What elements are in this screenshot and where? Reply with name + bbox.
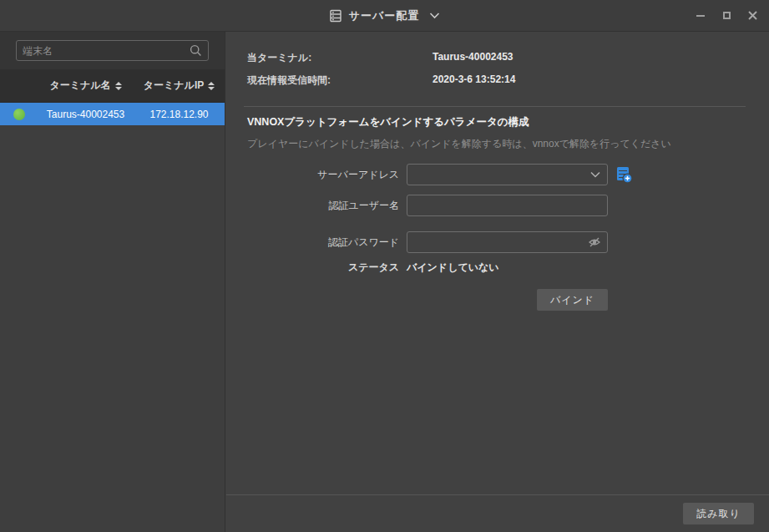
titlebar: サーバー配置: [0, 0, 769, 32]
current-terminal-row: 当ターミナル: Taurus-40002453: [247, 51, 746, 66]
search-input[interactable]: [23, 45, 190, 57]
auth-password-input[interactable]: [407, 232, 607, 252]
main-panel: 当ターミナル: Taurus-40002453 現在情報受信時間: 2020-3…: [226, 32, 769, 532]
title-menu[interactable]: サーバー配置: [329, 8, 441, 23]
server-address-label: サーバーアドレス: [226, 164, 399, 185]
server-address-select[interactable]: [407, 164, 608, 185]
bind-status-row: ステータス バインドしていない: [226, 261, 769, 277]
minimize-icon[interactable]: [696, 11, 706, 21]
bind-status-label: ステータス: [226, 261, 399, 275]
terminal-table-header: ターミナル名 ターミナルIP: [0, 69, 225, 103]
column-header-terminal-ip[interactable]: ターミナルIP: [134, 79, 225, 93]
maximize-icon[interactable]: [721, 11, 731, 21]
column-label: ターミナルIP: [144, 79, 204, 93]
vnnox-section-title: VNNOXプラットフォームをバインドするパラメータの構成: [247, 115, 529, 129]
column-label: ターミナル名: [49, 79, 110, 93]
row-ip-cell: 172.18.12.90: [134, 109, 225, 120]
search-icon[interactable]: [190, 44, 202, 57]
server-config-window: サーバー配置: [0, 0, 769, 532]
section-divider: [244, 106, 746, 107]
sort-icon[interactable]: [208, 82, 215, 90]
auth-username-field-wrap: [407, 195, 608, 216]
bind-status-value: バインドしていない: [407, 261, 499, 275]
close-icon[interactable]: [747, 11, 757, 21]
search-zone: [0, 32, 225, 69]
auth-username-label: 認証ユーザー名: [226, 195, 399, 216]
row-status-cell: [0, 109, 38, 120]
window-controls: [696, 0, 757, 31]
terminal-name: Taurus-40002453: [47, 109, 124, 120]
auth-password-label: 認証パスワード: [226, 231, 399, 253]
read-button[interactable]: 読み取り: [683, 503, 754, 524]
sort-icon[interactable]: [115, 82, 122, 90]
online-status-dot: [13, 109, 25, 120]
current-terminal-label: 当ターミナル:: [247, 51, 412, 66]
info-time-value: 2020-3-6 13:52:14: [433, 73, 515, 89]
terminal-ip: 172.18.12.90: [149, 109, 208, 120]
vnnox-section-subtitle: プレイヤーにバインドした場合は、バインドを解除する時は、vnnoxで解除を行って…: [247, 137, 671, 151]
table-row[interactable]: Taurus-40002453 172.18.12.90: [0, 103, 225, 125]
terminal-sidebar: ターミナル名 ターミナルIP Taurus-40002453 172.18.12…: [0, 32, 225, 532]
auth-password-field-wrap: [407, 231, 608, 253]
add-server-icon[interactable]: [615, 166, 633, 184]
chevron-down-icon: [429, 12, 440, 19]
bind-button[interactable]: バインド: [537, 289, 608, 311]
info-time-label: 現在情報受信時間:: [247, 73, 412, 89]
search-box: [16, 40, 209, 61]
row-name-cell: Taurus-40002453: [38, 109, 134, 120]
footer-divider: [226, 494, 769, 495]
info-time-row: 現在情報受信時間: 2020-3-6 13:52:14: [247, 73, 746, 89]
eye-off-icon[interactable]: [588, 236, 601, 248]
column-header-terminal-name[interactable]: ターミナル名: [38, 79, 134, 93]
chevron-down-icon: [590, 171, 600, 178]
current-terminal-value: Taurus-40002453: [433, 51, 514, 66]
server-list-icon: [329, 9, 342, 23]
window-title: サーバー配置: [349, 8, 420, 23]
auth-username-input[interactable]: [407, 195, 607, 215]
